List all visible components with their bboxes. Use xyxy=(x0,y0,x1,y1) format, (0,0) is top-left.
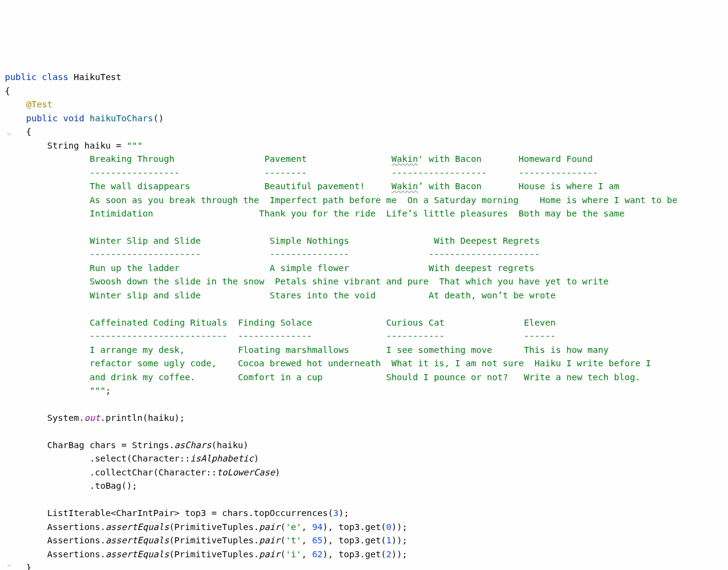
string-text: Simple Nothings xyxy=(270,236,349,246)
code-line: ----------------- -------- -------------… xyxy=(5,168,598,178)
code-line: and drink my coffee. Comfort in a cup Sh… xyxy=(5,372,641,382)
keyword: public void xyxy=(26,113,84,123)
string-text: Beautiful pavement! xyxy=(265,181,365,191)
string-text: On a Saturday morning xyxy=(408,195,519,205)
code-line: .collectChar(Character::toLowerCase) xyxy=(5,468,280,477)
fold-icon[interactable]: ⌃ xyxy=(5,561,13,570)
class-name: HaikuTest xyxy=(74,72,122,82)
string-text: With deepest regrets xyxy=(428,263,534,273)
code-line xyxy=(5,223,10,232)
qualifier: (PrimitiveTuples. xyxy=(169,549,259,559)
string-text: Petals shine vibrant and pure xyxy=(275,277,428,286)
code-line: { xyxy=(5,86,10,96)
code-line: Assertions.assertEquals(PrimitiveTuples.… xyxy=(5,535,408,545)
code-line xyxy=(5,400,10,409)
code-line: Swoosh down the slide in the snow Petals… xyxy=(5,277,608,286)
method-static: assertEquals xyxy=(106,535,169,545)
string-text: Intimidation xyxy=(90,209,153,218)
string-text: A simple flower xyxy=(270,263,349,273)
string-text: --------------- xyxy=(270,249,349,259)
code-line: refactor some ugly code, Cocoa brewed ho… xyxy=(5,358,651,368)
string-text: Write a new tech blog. xyxy=(524,372,641,382)
paren: )); xyxy=(391,535,407,545)
string-text: Finding Solace xyxy=(238,318,312,327)
string-text: --------------------- xyxy=(90,249,201,259)
method-call: .select(Character:: xyxy=(90,454,190,463)
method-static: assertEquals xyxy=(106,522,169,532)
code-line: Caffeinated Coding Rituals Finding Solac… xyxy=(5,318,556,327)
code-line: ListIterable<CharIntPair> top3 = chars.t… xyxy=(5,508,349,518)
string-text: This is how many xyxy=(524,345,609,355)
string-text: ' with Bacon xyxy=(418,154,482,164)
number: 3 xyxy=(333,508,339,518)
code-line: Run up the ladder A simple flower With d… xyxy=(5,263,534,273)
string-text: -------------------------- xyxy=(90,331,228,341)
paren: ); xyxy=(339,508,349,518)
string-text: refactor some ugly code, xyxy=(90,358,217,368)
code-line xyxy=(5,427,10,437)
var-decl: CharBag chars = Strings. xyxy=(47,440,175,450)
code-line: The wall disappears Beautiful pavement! … xyxy=(5,181,619,191)
fold-icon[interactable]: ⌄ xyxy=(5,125,13,138)
string-text: ----------------- xyxy=(90,168,180,178)
string-text: Should I pounce or not? xyxy=(386,372,508,382)
paren: )); xyxy=(391,549,407,559)
code-line: --------------------- --------------- --… xyxy=(5,249,540,259)
brace: } xyxy=(26,563,32,570)
code-line: Winter slip and slide Stares into the vo… xyxy=(5,290,556,300)
qualifier: Assertions. xyxy=(47,549,106,559)
string-text: -------------- xyxy=(238,331,312,341)
string-text: Both may be the same xyxy=(519,209,625,218)
qualifier: (PrimitiveTuples. xyxy=(169,522,259,532)
code-line: @Test xyxy=(5,99,53,109)
string-text: That which you have yet to write xyxy=(439,277,608,286)
code-line: -------------------------- -------------… xyxy=(5,331,556,341)
string-text: Homeward Found xyxy=(519,154,593,164)
string-text: Caffeinated Coding Rituals xyxy=(90,318,228,327)
number: 94 xyxy=(312,522,322,532)
method-call: .println(haiku); xyxy=(100,413,185,423)
method-call: .toBag(); xyxy=(90,481,138,491)
brace: { xyxy=(5,86,10,96)
string-text: Run up the ladder xyxy=(90,263,180,273)
string-text: -------- xyxy=(265,168,307,178)
string-text: ------ xyxy=(524,331,556,341)
paren: )); xyxy=(391,522,407,532)
var-decl: ListIterable<CharIntPair> top3 = chars.t… xyxy=(47,508,333,518)
string-text: Comfort in a cup xyxy=(238,372,323,382)
string-text: Eleven xyxy=(524,318,556,327)
string-text: ’ with Bacon xyxy=(418,181,482,191)
args: (haiku) xyxy=(211,440,248,450)
string-text: House is where I am xyxy=(519,181,619,191)
qualifier: Assertions. xyxy=(47,535,106,545)
method-call: .collectChar(Character:: xyxy=(90,468,217,477)
code-line: Breaking Through Pavement Wakin' with Ba… xyxy=(5,154,593,164)
string-text: Floating marshmallows xyxy=(238,345,349,355)
number: 62 xyxy=(312,549,322,559)
args: ), top3.get( xyxy=(323,549,386,559)
brace: { xyxy=(26,127,32,136)
args: ), top3.get( xyxy=(323,522,386,532)
string-text: and drink my coffee. xyxy=(90,372,196,382)
char-literal: 'e' xyxy=(286,522,302,532)
string-open: """ xyxy=(127,141,143,150)
string-text: Winter slip and slide xyxy=(90,290,201,300)
annotation: @Test xyxy=(26,99,53,109)
code-line: Intimidation Thank you for the ride Life… xyxy=(5,209,624,218)
code-line: public class HaikuTest xyxy=(5,72,121,82)
code-line: CharBag chars = Strings.asChars(haiku) xyxy=(5,440,249,450)
string-text: Home is where I want to be xyxy=(540,195,678,205)
string-text: What it is, I am not sure xyxy=(391,358,524,368)
code-line: I arrange my desk, Floating marshmallows… xyxy=(5,345,608,355)
string-text: Pavement xyxy=(265,154,307,164)
code-line: System.out.println(haiku); xyxy=(5,413,185,423)
string-text: --------------- xyxy=(519,168,598,178)
string-text: Breaking Through xyxy=(90,154,175,164)
string-close: """ xyxy=(90,386,106,395)
string-text: With Deepest Regrets xyxy=(434,236,540,246)
code-line: public void haikuToChars() xyxy=(5,113,164,123)
string-text: Cocoa brewed hot underneath xyxy=(238,358,381,368)
keyword: public class xyxy=(5,72,69,82)
code-line: Assertions.assertEquals(PrimitiveTuples.… xyxy=(5,522,408,532)
char-literal: 't' xyxy=(286,535,302,545)
